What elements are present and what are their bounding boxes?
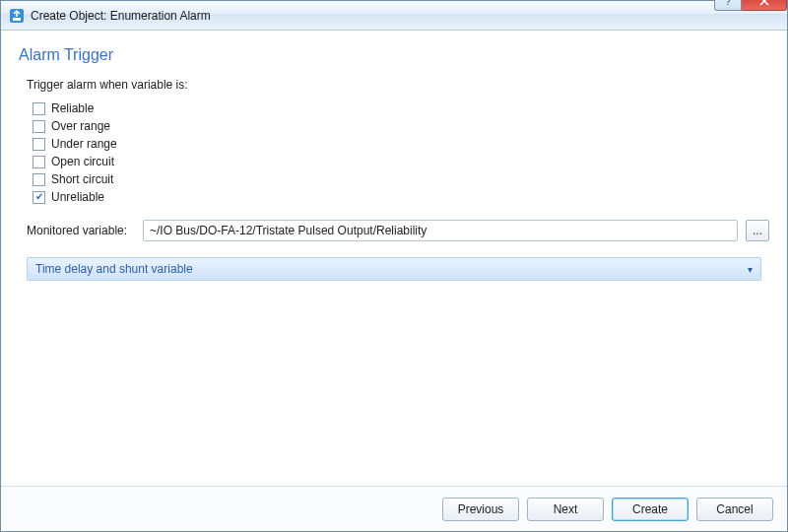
- expander-label: Time delay and shunt variable: [35, 262, 193, 276]
- checkbox-icon: [33, 156, 45, 168]
- monitored-variable-label: Monitored variable:: [27, 224, 135, 237]
- check-label: Reliable: [51, 101, 94, 115]
- app-icon: [9, 8, 25, 24]
- time-delay-expander[interactable]: Time delay and shunt variable ▾: [27, 257, 761, 281]
- button-label: Create: [632, 502, 668, 516]
- window-controls: ?: [714, 0, 787, 11]
- check-unreliable[interactable]: Unreliable: [33, 188, 769, 206]
- monitored-variable-row: Monitored variable: ~/IO Bus/DO-FA-12/Tr…: [27, 220, 769, 241]
- monitored-variable-value: ~/IO Bus/DO-FA-12/Tristate Pulsed Output…: [150, 224, 427, 237]
- button-label: Previous: [458, 502, 504, 516]
- check-label: Over range: [51, 119, 110, 133]
- checkbox-icon: [33, 191, 45, 204]
- checkbox-icon: [33, 138, 45, 151]
- check-label: Unreliable: [51, 190, 104, 204]
- ellipsis-icon: ...: [753, 224, 762, 237]
- check-open-circuit[interactable]: Open circuit: [33, 153, 769, 170]
- help-icon: ?: [725, 0, 731, 7]
- browse-button[interactable]: ...: [746, 220, 769, 241]
- titlebar: Create Object: Enumeration Alarm ?: [1, 1, 787, 31]
- help-button[interactable]: ?: [714, 0, 742, 11]
- trigger-group-label: Trigger alarm when variable is:: [27, 78, 769, 92]
- checkbox-icon: [33, 120, 45, 133]
- chevron-down-icon: ▾: [748, 264, 753, 275]
- checkbox-icon: [33, 102, 45, 115]
- cancel-button[interactable]: Cancel: [696, 498, 773, 521]
- checkbox-icon: [33, 173, 45, 186]
- dialog-footer: Previous Next Create Cancel: [1, 486, 787, 531]
- monitored-variable-input[interactable]: ~/IO Bus/DO-FA-12/Tristate Pulsed Output…: [143, 220, 738, 241]
- svg-rect-1: [13, 18, 21, 21]
- check-reliable[interactable]: Reliable: [33, 100, 769, 117]
- content-area: Alarm Trigger Trigger alarm when variabl…: [1, 31, 787, 486]
- close-icon: [759, 0, 769, 6]
- check-under-range[interactable]: Under range: [33, 135, 769, 153]
- check-label: Short circuit: [51, 172, 113, 186]
- button-label: Next: [554, 502, 578, 516]
- trigger-checklist: Reliable Over range Under range Open cir…: [33, 100, 769, 206]
- button-label: Cancel: [716, 502, 753, 516]
- next-button[interactable]: Next: [527, 498, 604, 521]
- page-title: Alarm Trigger: [19, 46, 769, 64]
- close-button[interactable]: [742, 0, 787, 11]
- create-button[interactable]: Create: [612, 498, 689, 521]
- check-short-circuit[interactable]: Short circuit: [33, 170, 769, 188]
- previous-button[interactable]: Previous: [442, 498, 519, 521]
- check-label: Under range: [51, 137, 117, 151]
- window-title: Create Object: Enumeration Alarm: [31, 9, 714, 23]
- check-over-range[interactable]: Over range: [33, 117, 769, 135]
- check-label: Open circuit: [51, 155, 114, 168]
- dialog-window: Create Object: Enumeration Alarm ? Alarm…: [0, 0, 788, 532]
